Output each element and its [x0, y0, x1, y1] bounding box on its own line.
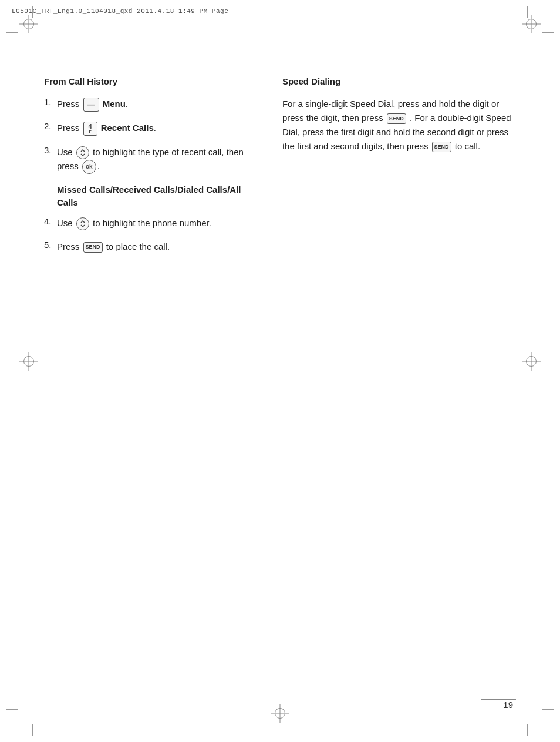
reg-mark-mid-left — [23, 356, 34, 367]
step-2: 2. Press 4 F Recent Calls. — [44, 121, 253, 136]
step-1-number: 1. — [44, 97, 57, 107]
step-4-content: Use to highlight the phone number. — [57, 216, 253, 230]
main-content: From Call History 1. Press — Menu. 2. Pr… — [44, 76, 516, 683]
step-4: 4. Use to highlight the phone number. — [44, 216, 253, 230]
step-1: 1. Press — Menu. — [44, 97, 253, 112]
nav-up-down-icon-1 — [76, 146, 89, 159]
send-button-icon-right-2: SEND — [432, 142, 451, 152]
tick-top-left-v — [32, 6, 33, 18]
page-number: 19 — [503, 700, 513, 710]
menu-button-icon: — — [83, 98, 99, 112]
recent-calls-label: Recent Calls — [101, 123, 154, 133]
tick-bot-right-v — [527, 724, 528, 736]
speed-dialing-body: For a single-digit Speed Dial, press and… — [282, 97, 516, 153]
left-section-title: From Call History — [44, 76, 253, 86]
sub-section-title: Missed Calls/Received Calls/Dialed Calls… — [57, 184, 241, 207]
tick-top-right-h — [542, 32, 554, 33]
reg-mark-mid-right — [526, 356, 537, 367]
step-5-content: Press SEND to place the call. — [57, 240, 253, 253]
send-button-icon-right-1: SEND — [387, 113, 406, 124]
tick-top-left-h — [6, 32, 18, 33]
nav-up-down-icon-2 — [76, 217, 89, 230]
send-button-icon-left: SEND — [83, 242, 103, 253]
reg-mark-bottom-center — [275, 708, 285, 719]
reg-mark-top-left — [23, 19, 34, 29]
tick-bot-left-v — [32, 724, 33, 736]
tick-bot-right-h — [542, 709, 554, 710]
tick-top-right-v — [527, 6, 528, 18]
sub-section: Missed Calls/Received Calls/Dialed Calls… — [57, 183, 253, 209]
tick-bot-left-h — [6, 709, 18, 710]
header-text: LG501C_TRF_Eng1.0_1104018_qxd 2011.4.18 … — [12, 8, 228, 15]
step-3-content: Use to highlight the type of recent call… — [57, 145, 253, 174]
step-5-number: 5. — [44, 240, 57, 250]
header-bar: LG501C_TRF_Eng1.0_1104018_qxd 2011.4.18 … — [0, 0, 560, 22]
step-1-content: Press — Menu. — [57, 97, 253, 112]
right-column: Speed Dialing For a single-digit Speed D… — [271, 76, 516, 683]
ok-button-icon: ok — [82, 160, 96, 174]
left-column: From Call History 1. Press — Menu. 2. Pr… — [44, 76, 271, 683]
step-3-number: 3. — [44, 145, 57, 155]
menu-label: Menu — [103, 99, 126, 109]
step-4-number: 4. — [44, 216, 57, 226]
step-3: 3. Use to highlight the type of recent c… — [44, 145, 253, 174]
reg-mark-top-right — [526, 19, 537, 29]
step-5: 5. Press SEND to place the call. — [44, 240, 253, 253]
right-section-title: Speed Dialing — [282, 76, 516, 86]
step-2-number: 2. — [44, 121, 57, 131]
recent-calls-button-icon: 4 F — [83, 122, 97, 136]
step-2-content: Press 4 F Recent Calls. — [57, 121, 253, 136]
